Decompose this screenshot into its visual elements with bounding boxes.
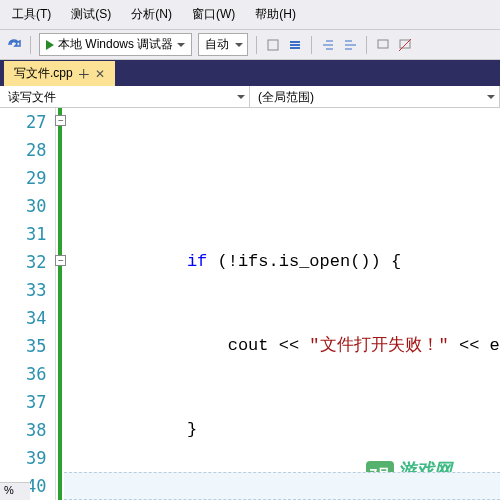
menu-window[interactable]: 窗口(W) — [184, 3, 243, 26]
scope-select-left[interactable]: 读写文件 — [0, 86, 250, 107]
menu-help[interactable]: 帮助(H) — [247, 3, 304, 26]
close-tab-icon[interactable]: ✕ — [95, 67, 105, 81]
svg-line-3 — [399, 39, 411, 51]
chevron-down-icon — [177, 43, 185, 47]
gutter: 27 28 29 30 31 32 33 34 35 36 37 38 39 4… — [0, 108, 56, 500]
stack-icon[interactable] — [287, 37, 303, 53]
toolbar-separator — [366, 36, 367, 54]
svg-rect-0 — [268, 40, 278, 50]
nav-bar: 读写文件 (全局范围) — [0, 86, 500, 108]
redo-icon[interactable] — [6, 37, 22, 53]
code-editor[interactable]: 27 28 29 30 31 32 33 34 35 36 37 38 39 4… — [0, 108, 500, 500]
config-select[interactable]: 自动 — [198, 33, 248, 56]
menu-bar: 工具(T) 测试(S) 分析(N) 窗口(W) 帮助(H) — [0, 0, 500, 30]
menu-analyze[interactable]: 分析(N) — [123, 3, 180, 26]
toolbar-separator — [30, 36, 31, 54]
toolbar-separator — [311, 36, 312, 54]
line-numbers: 27 28 29 30 31 32 33 34 35 36 37 38 39 4… — [0, 108, 54, 500]
indent-right-icon[interactable] — [342, 37, 358, 53]
tab-bar: 写文件.cpp ✕ — [0, 60, 500, 86]
code-area[interactable]: if (!ifs.is_open()) { cout << "文件打开失败！" … — [56, 108, 500, 500]
status-bar: % — [0, 482, 30, 500]
menu-tools[interactable]: 工具(T) — [4, 3, 59, 26]
indent-left-icon[interactable] — [320, 37, 336, 53]
tab-filename: 写文件.cpp — [14, 65, 73, 82]
current-line-highlight — [64, 472, 500, 500]
menu-test[interactable]: 测试(S) — [63, 3, 119, 26]
play-icon — [46, 40, 54, 50]
scope-select-right[interactable]: (全局范围) — [250, 86, 500, 107]
toolbar: 本地 Windows 调试器 自动 — [0, 30, 500, 60]
run-label: 本地 Windows 调试器 — [58, 36, 173, 53]
uncomment-icon[interactable] — [397, 37, 413, 53]
toolbar-separator — [256, 36, 257, 54]
svg-rect-1 — [378, 40, 388, 48]
active-tab[interactable]: 写文件.cpp ✕ — [4, 61, 115, 86]
tool-icon[interactable] — [265, 37, 281, 53]
pin-icon[interactable] — [79, 69, 89, 79]
run-debugger-button[interactable]: 本地 Windows 调试器 — [39, 33, 192, 56]
comment-icon[interactable] — [375, 37, 391, 53]
